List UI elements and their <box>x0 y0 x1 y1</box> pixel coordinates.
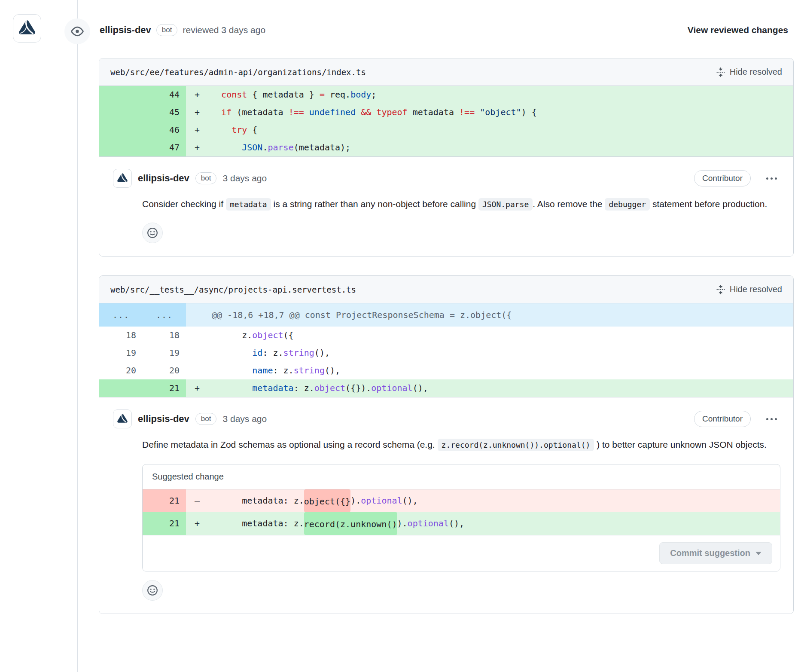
code-token: = <box>320 86 325 104</box>
kebab-menu-button[interactable] <box>766 418 777 420</box>
view-reviewed-changes-link[interactable]: View reviewed changes <box>688 25 788 35</box>
code-token: object <box>252 327 283 344</box>
code-token <box>211 104 221 121</box>
review-thread-card: web/src/ee/features/admin-api/organizati… <box>99 58 794 257</box>
inline-code-chip: JSON.parse <box>478 198 533 211</box>
smiley-icon <box>147 585 158 596</box>
hide-resolved-label: Hide resolved <box>730 284 782 294</box>
diff-block: ......@@ -18,6 +18,7 @@ const ProjectRes… <box>99 303 793 397</box>
suggestion-diff-row: 21+ metadata: z.record(z.unknown()).opti… <box>143 512 780 535</box>
suggested-change-title: Suggested change <box>143 464 780 489</box>
diff-marker: + <box>186 512 211 535</box>
old-line-number: 18 <box>99 327 143 344</box>
avatar[interactable] <box>13 14 41 43</box>
code-token: (), <box>314 344 330 362</box>
new-line-number: 18 <box>143 327 186 344</box>
file-path-link[interactable]: web/src/ee/features/admin-api/organizati… <box>110 67 366 77</box>
diff-row: 47+ JSON.parse(metadata); <box>99 139 793 156</box>
diff-row: 2020 name: z.string(), <box>99 362 793 379</box>
add-reaction-button[interactable] <box>142 223 163 243</box>
old-line-number <box>99 379 143 397</box>
code-token: undefined <box>309 104 356 121</box>
file-header: web/src/ee/features/admin-api/organizati… <box>99 58 793 86</box>
comment-timestamp[interactable]: 3 days ago <box>222 173 267 183</box>
timeline-thread-line <box>77 0 78 672</box>
diff-marker: + <box>186 121 211 139</box>
inline-code-chip: z.record(z.unknown()).optional() <box>438 439 594 451</box>
code-token <box>371 104 376 121</box>
code-token: (metadata); <box>294 139 350 156</box>
file-path-link[interactable]: web/src/__tests__/async/projects-api.ser… <box>110 285 356 294</box>
code-token: id <box>252 344 262 362</box>
code-token: body <box>350 86 371 104</box>
code-token <box>211 86 221 104</box>
code-token: name <box>252 362 273 379</box>
code-token: ) { <box>521 104 537 121</box>
code-line: z.object({ <box>186 327 793 344</box>
code-token: metadata: z. <box>211 489 304 512</box>
code-line: – metadata: z.object({}).optional(), <box>186 489 780 512</box>
inline-code-chip: metadata <box>226 198 271 211</box>
review-author[interactable]: ellipsis-dev <box>100 24 151 36</box>
old-line-number: ... <box>99 303 143 327</box>
ellipsis-logo-icon <box>17 18 37 39</box>
old-line-number: 19 <box>99 344 143 362</box>
add-reaction-button[interactable] <box>142 580 163 601</box>
comment-author[interactable]: ellipsis-dev <box>138 413 189 425</box>
diff-marker <box>186 344 211 362</box>
code-token: parse <box>268 139 293 156</box>
review-comment: ellipsis-dev bot 3 days ago Contributor … <box>99 157 793 256</box>
code-token: record(z.unknown() <box>304 512 397 535</box>
ellipsis-logo-icon <box>116 412 129 425</box>
code-token: (metadata <box>231 104 288 121</box>
code-line: + const { metadata } = req.body; <box>186 86 793 104</box>
new-line-number: 19 <box>143 344 186 362</box>
comment-author[interactable]: ellipsis-dev <box>138 173 189 184</box>
code-line: + if (metadata !== undefined && typeof m… <box>186 104 793 121</box>
fold-icon <box>716 285 725 294</box>
avatar[interactable] <box>113 169 132 188</box>
code-token <box>211 121 231 139</box>
code-token: optional <box>371 379 412 397</box>
kebab-menu-button[interactable] <box>766 177 777 180</box>
suggested-change-block: Suggested change 21– metadata: z.object(… <box>142 464 780 571</box>
diff-row: 1818 z.object({ <box>99 327 793 344</box>
comment-timestamp[interactable]: 3 days ago <box>222 414 267 424</box>
ellipsis-logo-icon <box>116 172 129 185</box>
code-token: const <box>221 86 247 104</box>
code-line: name: z.string(), <box>186 362 793 379</box>
diff-row: 21+ metadata: z.object({}).optional(), <box>99 379 793 397</box>
code-token: ). <box>350 489 361 512</box>
review-action-text: reviewed 3 days ago <box>183 25 265 35</box>
review-thread-card: web/src/__tests__/async/projects-api.ser… <box>99 275 794 614</box>
code-token <box>211 379 252 397</box>
hide-resolved-button[interactable]: Hide resolved <box>716 284 782 294</box>
code-token: metadata: z. <box>211 512 304 535</box>
code-token: ; <box>371 86 376 104</box>
code-token: { metadata } <box>247 86 320 104</box>
avatar[interactable] <box>113 409 132 428</box>
diff-row: 46+ try { <box>99 121 793 139</box>
code-token: "object" <box>480 104 521 121</box>
old-line-number: 20 <box>99 362 143 379</box>
code-line: id: z.string(), <box>186 344 793 362</box>
code-token <box>304 104 309 121</box>
code-token: string <box>283 344 314 362</box>
diff-row: 44+ const { metadata } = req.body; <box>99 86 793 104</box>
hide-resolved-label: Hide resolved <box>730 67 782 77</box>
bot-badge: bot <box>195 172 217 184</box>
comment-body: Define metadata in Zod schemas as option… <box>142 435 780 455</box>
hide-resolved-button[interactable]: Hide resolved <box>716 67 782 77</box>
inline-code-chip: debugger <box>605 198 650 211</box>
code-token: . <box>262 139 268 156</box>
code-token: JSON <box>242 139 262 156</box>
commit-suggestion-button[interactable]: Commit suggestion <box>659 542 772 564</box>
new-line-number: 44 <box>143 86 186 104</box>
code-line: + try { <box>186 121 793 139</box>
code-token <box>211 139 242 156</box>
code-token <box>211 362 252 379</box>
bot-badge: bot <box>195 413 217 425</box>
diff-block: 44+ const { metadata } = req.body;45+ if… <box>99 86 793 157</box>
review-event-badge <box>64 18 90 44</box>
diff-marker: + <box>186 104 211 121</box>
